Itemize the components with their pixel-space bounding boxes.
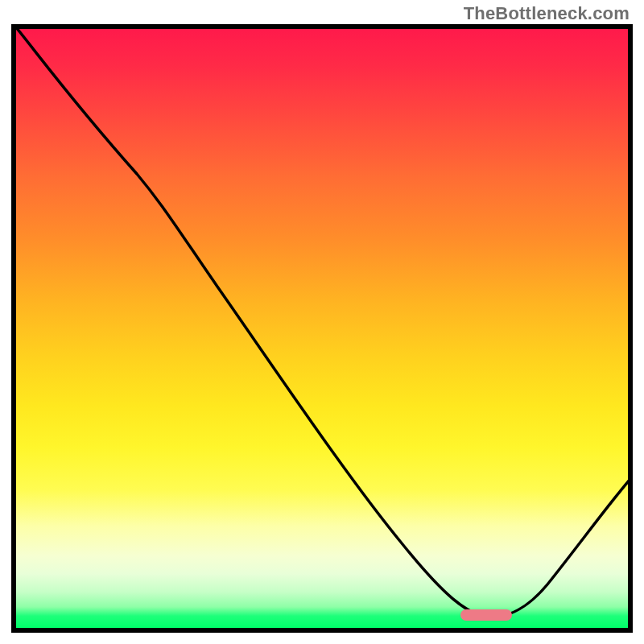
chart-frame — [11, 24, 633, 633]
watermark-text: TheBottleneck.com — [464, 3, 630, 24]
chart-curve-svg — [16, 29, 628, 628]
chart-marker — [460, 609, 512, 621]
chart-curve — [16, 29, 628, 617]
